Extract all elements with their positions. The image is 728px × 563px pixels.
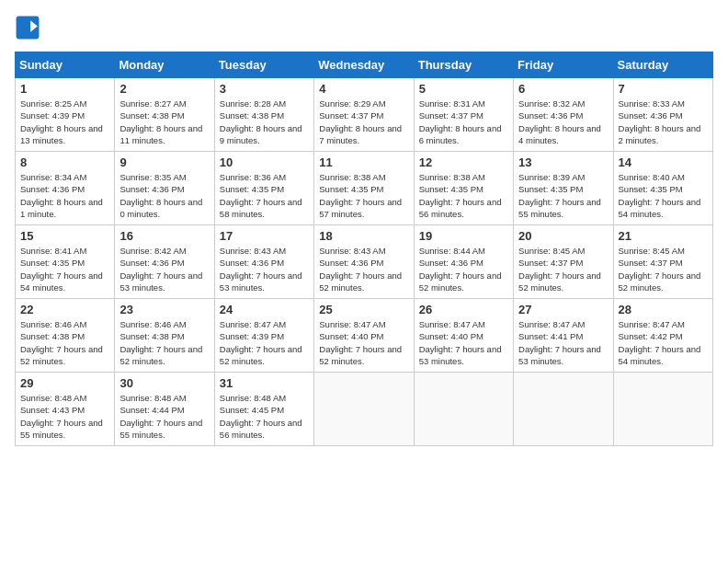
calendar-cell: 23 Sunrise: 8:46 AMSunset: 4:38 PMDaylig…: [115, 299, 214, 373]
day-number: 28: [619, 303, 708, 316]
calendar-week-1: 1 Sunrise: 8:25 AMSunset: 4:39 PMDayligh…: [16, 78, 713, 152]
cell-content: Sunrise: 8:42 AMSunset: 4:36 PMDaylight:…: [119, 246, 202, 293]
calendar-week-2: 8 Sunrise: 8:34 AMSunset: 4:36 PMDayligh…: [16, 152, 713, 225]
day-number: 19: [419, 229, 508, 243]
cell-content: Sunrise: 8:46 AMSunset: 4:38 PMDaylight:…: [20, 319, 103, 366]
calendar-cell: 5 Sunrise: 8:31 AMSunset: 4:37 PMDayligh…: [414, 78, 513, 152]
day-number: 18: [319, 229, 408, 243]
cell-content: Sunrise: 8:34 AMSunset: 4:36 PMDaylight:…: [20, 172, 103, 219]
day-number: 11: [319, 155, 408, 169]
calendar-cell: 17 Sunrise: 8:43 AMSunset: 4:36 PMDaylig…: [214, 225, 313, 299]
calendar-cell: 30 Sunrise: 8:48 AMSunset: 4:44 PMDaylig…: [115, 373, 214, 446]
day-number: 9: [119, 155, 209, 169]
calendar-cell: 9 Sunrise: 8:35 AMSunset: 4:36 PMDayligh…: [115, 152, 214, 225]
day-number: 5: [419, 82, 508, 96]
day-number: 29: [20, 376, 109, 390]
calendar-cell: 2 Sunrise: 8:27 AMSunset: 4:38 PMDayligh…: [115, 78, 214, 152]
cell-content: Sunrise: 8:45 AMSunset: 4:37 PMDaylight:…: [619, 246, 701, 293]
cell-content: Sunrise: 8:38 AMSunset: 4:35 PMDaylight:…: [319, 172, 402, 219]
day-number: 16: [119, 229, 209, 243]
calendar-cell: [514, 373, 613, 446]
calendar-cell: [414, 373, 513, 446]
calendar-week-3: 15 Sunrise: 8:41 AMSunset: 4:35 PMDaylig…: [16, 225, 713, 299]
day-number: 15: [20, 229, 109, 243]
day-number: 1: [20, 82, 109, 96]
calendar-cell: 4 Sunrise: 8:29 AMSunset: 4:37 PMDayligh…: [314, 78, 414, 152]
calendar-cell: 10 Sunrise: 8:36 AMSunset: 4:35 PMDaylig…: [214, 152, 313, 225]
cell-content: Sunrise: 8:47 AMSunset: 4:39 PMDaylight:…: [220, 319, 302, 366]
day-number: 26: [419, 303, 508, 316]
calendar-week-5: 29 Sunrise: 8:48 AMSunset: 4:43 PMDaylig…: [16, 373, 713, 446]
column-header-friday: Friday: [514, 52, 613, 78]
cell-content: Sunrise: 8:46 AMSunset: 4:38 PMDaylight:…: [119, 319, 202, 366]
day-number: 2: [119, 82, 209, 96]
logo-icon: [15, 15, 40, 40]
cell-content: Sunrise: 8:47 AMSunset: 4:40 PMDaylight:…: [419, 319, 502, 366]
calendar-cell: 14 Sunrise: 8:40 AMSunset: 4:35 PMDaylig…: [613, 152, 712, 225]
calendar-week-4: 22 Sunrise: 8:46 AMSunset: 4:38 PMDaylig…: [16, 299, 713, 373]
cell-content: Sunrise: 8:43 AMSunset: 4:36 PMDaylight:…: [319, 246, 402, 293]
calendar-table: SundayMondayTuesdayWednesdayThursdayFrid…: [15, 52, 713, 446]
day-number: 24: [220, 303, 309, 316]
calendar-cell: 11 Sunrise: 8:38 AMSunset: 4:35 PMDaylig…: [314, 152, 414, 225]
day-number: 31: [220, 376, 309, 390]
cell-content: Sunrise: 8:38 AMSunset: 4:35 PMDaylight:…: [419, 172, 502, 219]
cell-content: Sunrise: 8:33 AMSunset: 4:36 PMDaylight:…: [619, 98, 701, 145]
column-header-tuesday: Tuesday: [214, 52, 313, 78]
day-number: 12: [419, 155, 508, 169]
day-number: 25: [319, 303, 408, 316]
cell-content: Sunrise: 8:43 AMSunset: 4:36 PMDaylight:…: [220, 246, 302, 293]
calendar-cell: 7 Sunrise: 8:33 AMSunset: 4:36 PMDayligh…: [613, 78, 712, 152]
day-number: 23: [119, 303, 209, 316]
cell-content: Sunrise: 8:47 AMSunset: 4:41 PMDaylight:…: [518, 319, 601, 366]
page-header: [15, 15, 713, 40]
calendar-cell: 21 Sunrise: 8:45 AMSunset: 4:37 PMDaylig…: [613, 225, 712, 299]
cell-content: Sunrise: 8:48 AMSunset: 4:43 PMDaylight:…: [20, 393, 103, 440]
day-number: 6: [518, 82, 608, 96]
column-header-wednesday: Wednesday: [314, 52, 414, 78]
calendar-cell: 22 Sunrise: 8:46 AMSunset: 4:38 PMDaylig…: [16, 299, 115, 373]
calendar-cell: 1 Sunrise: 8:25 AMSunset: 4:39 PMDayligh…: [16, 78, 115, 152]
cell-content: Sunrise: 8:39 AMSunset: 4:35 PMDaylight:…: [518, 172, 601, 219]
calendar-cell: [613, 373, 712, 446]
column-header-monday: Monday: [115, 52, 214, 78]
calendar-cell: 20 Sunrise: 8:45 AMSunset: 4:37 PMDaylig…: [514, 225, 613, 299]
calendar-cell: 3 Sunrise: 8:28 AMSunset: 4:38 PMDayligh…: [214, 78, 313, 152]
column-header-thursday: Thursday: [414, 52, 513, 78]
cell-content: Sunrise: 8:31 AMSunset: 4:37 PMDaylight:…: [419, 98, 502, 145]
cell-content: Sunrise: 8:48 AMSunset: 4:44 PMDaylight:…: [119, 393, 202, 440]
day-number: 13: [518, 155, 608, 169]
calendar-cell: 29 Sunrise: 8:48 AMSunset: 4:43 PMDaylig…: [16, 373, 115, 446]
cell-content: Sunrise: 8:41 AMSunset: 4:35 PMDaylight:…: [20, 246, 103, 293]
calendar-cell: 27 Sunrise: 8:47 AMSunset: 4:41 PMDaylig…: [514, 299, 613, 373]
calendar-cell: 8 Sunrise: 8:34 AMSunset: 4:36 PMDayligh…: [16, 152, 115, 225]
cell-content: Sunrise: 8:36 AMSunset: 4:35 PMDaylight:…: [220, 172, 302, 219]
column-header-sunday: Sunday: [16, 52, 115, 78]
day-number: 21: [619, 229, 708, 243]
calendar-cell: 18 Sunrise: 8:43 AMSunset: 4:36 PMDaylig…: [314, 225, 414, 299]
day-number: 20: [518, 229, 608, 243]
cell-content: Sunrise: 8:44 AMSunset: 4:36 PMDaylight:…: [419, 246, 502, 293]
day-number: 8: [20, 155, 109, 169]
calendar-cell: 6 Sunrise: 8:32 AMSunset: 4:36 PMDayligh…: [514, 78, 613, 152]
cell-content: Sunrise: 8:35 AMSunset: 4:36 PMDaylight:…: [119, 172, 202, 219]
cell-content: Sunrise: 8:29 AMSunset: 4:37 PMDaylight:…: [319, 98, 402, 145]
calendar-cell: 12 Sunrise: 8:38 AMSunset: 4:35 PMDaylig…: [414, 152, 513, 225]
cell-content: Sunrise: 8:47 AMSunset: 4:42 PMDaylight:…: [619, 319, 701, 366]
calendar-cell: 28 Sunrise: 8:47 AMSunset: 4:42 PMDaylig…: [613, 299, 712, 373]
calendar-cell: 24 Sunrise: 8:47 AMSunset: 4:39 PMDaylig…: [214, 299, 313, 373]
day-number: 22: [20, 303, 109, 316]
calendar-cell: 25 Sunrise: 8:47 AMSunset: 4:40 PMDaylig…: [314, 299, 414, 373]
day-number: 10: [220, 155, 309, 169]
calendar-cell: [314, 373, 414, 446]
calendar-cell: 13 Sunrise: 8:39 AMSunset: 4:35 PMDaylig…: [514, 152, 613, 225]
day-number: 14: [619, 155, 708, 169]
cell-content: Sunrise: 8:40 AMSunset: 4:35 PMDaylight:…: [619, 172, 701, 219]
day-number: 17: [220, 229, 309, 243]
cell-content: Sunrise: 8:28 AMSunset: 4:38 PMDaylight:…: [220, 98, 302, 145]
day-number: 27: [518, 303, 608, 316]
day-number: 30: [119, 376, 209, 390]
cell-content: Sunrise: 8:48 AMSunset: 4:45 PMDaylight:…: [220, 393, 302, 440]
logo: [15, 15, 46, 40]
day-number: 7: [619, 82, 708, 96]
